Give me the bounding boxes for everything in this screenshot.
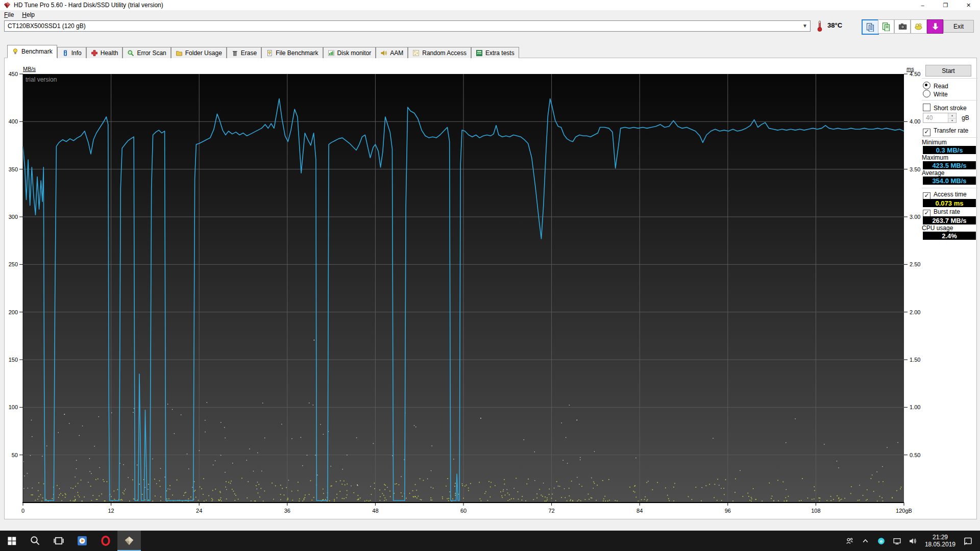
action-center-icon (963, 536, 973, 546)
taskbar-clock[interactable]: 21:29 18.05.2019 (921, 534, 960, 548)
short-stroke-checkbox[interactable]: Short stroke (923, 104, 967, 112)
tab-label: Extra tests (485, 49, 514, 57)
tab-label: Random Access (422, 49, 467, 57)
windows-start-icon (6, 535, 17, 546)
opera-browser-icon (100, 535, 111, 546)
info-icon (62, 49, 69, 57)
tab-page (4, 58, 977, 519)
folder-usage-icon (176, 49, 183, 57)
chevron-down-icon: ▼ (802, 23, 807, 29)
taskbar-hdtune-app[interactable] (117, 531, 141, 551)
tab-aam[interactable]: AAM (376, 47, 408, 58)
taskbar-taskbar-search[interactable] (23, 531, 47, 551)
maximum-value: 423.5 MB/s (923, 161, 976, 169)
taskbar-windows-start[interactable] (0, 531, 23, 551)
maximum-label: Maximum (922, 154, 948, 161)
device-select[interactable]: CT120BX500SSD1 (120 gB) ▼ (4, 20, 811, 32)
tab-label: Disk monitor (337, 49, 372, 57)
tab-label: Info (71, 49, 82, 57)
tab-label: Erase (241, 49, 257, 57)
tab-erase[interactable]: Erase (227, 47, 261, 58)
system-tray: e 21:29 18.05.2019 (842, 531, 980, 551)
tab-label: Benchmark (21, 48, 53, 55)
read-radio[interactable]: Read (923, 82, 948, 90)
cpu-usage-value: 2.4% (923, 232, 976, 240)
copy-text-button[interactable] (878, 19, 894, 34)
disk-monitor-icon (328, 49, 335, 57)
minimum-label: Minimum (922, 139, 947, 146)
radio-unselected-icon (923, 90, 930, 97)
tab-label: Health (101, 49, 118, 57)
svg-text:e: e (880, 538, 883, 543)
short-stroke-stepper[interactable]: 40 ▲ ▼ (923, 113, 957, 123)
menu-file[interactable]: File (0, 11, 18, 19)
tab-extra-tests[interactable]: Extra tests (471, 47, 519, 58)
tab-folder-usage[interactable]: Folder Usage (171, 47, 227, 58)
menu-help[interactable]: Help (18, 11, 39, 19)
tab-random-access[interactable]: Random Access (408, 47, 471, 58)
taskbar-apps (0, 531, 141, 551)
clock-date: 18.05.2019 (925, 541, 955, 548)
tray-action-center[interactable] (960, 531, 980, 551)
tray-people[interactable] (842, 531, 857, 551)
error-scan-icon (127, 49, 134, 57)
tab-label: Error Scan (137, 49, 166, 57)
average-label: Average (922, 169, 944, 177)
minimize-button[interactable]: – (911, 0, 934, 10)
tab-bar: BenchmarkInfoHealthError ScanFolder Usag… (7, 46, 519, 58)
tab-info[interactable]: Info (57, 47, 86, 58)
clock-time: 21:29 (925, 534, 955, 541)
screenshot-camera-button[interactable] (894, 19, 911, 34)
exit-button[interactable]: Exit (943, 20, 974, 33)
taskbar-movies-tv[interactable] (70, 531, 94, 551)
taskbar: e 21:29 18.05.2019 (0, 531, 980, 551)
title-bar: HD Tune Pro 5.60 - Hard Disk/SSD Utility… (0, 0, 980, 10)
tab-label: Folder Usage (185, 49, 222, 57)
tab-benchmark[interactable]: Benchmark (7, 45, 57, 58)
device-select-value: CT120BX500SSD1 (120 gB) (8, 22, 86, 30)
random-access-icon (412, 49, 420, 57)
taskbar-task-view[interactable] (47, 531, 70, 551)
tray-eset[interactable]: e (873, 531, 889, 551)
toolbar: CT120BX500SSD1 (120 gB) ▼ 38°C Exit (0, 19, 980, 34)
app-icon (4, 2, 11, 9)
donate-hand-icon (914, 22, 923, 31)
copy-report-button[interactable] (862, 19, 879, 35)
aam-icon (380, 49, 387, 57)
export-download-button[interactable] (927, 19, 943, 34)
window-title: HD Tune Pro 5.60 - Hard Disk/SSD Utility… (14, 2, 163, 9)
temperature-value: 38°C (827, 21, 842, 29)
copy-report-icon (866, 22, 875, 32)
tray-chevron-up[interactable] (857, 531, 873, 551)
tab-file-benchmark[interactable]: File Benchmark (261, 47, 323, 58)
radio-selected-icon (923, 82, 930, 89)
health-icon (91, 49, 98, 57)
tray-network[interactable] (889, 531, 905, 551)
transfer-rate-checkbox[interactable]: ✓Transfer rate (923, 127, 968, 136)
tab-error-scan[interactable]: Error Scan (122, 47, 170, 58)
stepper-down-icon[interactable]: ▼ (948, 118, 956, 122)
task-view-icon (53, 535, 64, 546)
donate-hand-button[interactable] (911, 19, 927, 34)
tab-label: File Benchmark (276, 49, 318, 57)
checkbox-unchecked-icon (923, 104, 930, 111)
tab-disk-monitor[interactable]: Disk monitor (323, 47, 376, 58)
tab-health[interactable]: Health (86, 47, 123, 58)
restore-button[interactable]: ❐ (934, 0, 957, 10)
average-value: 354.0 MB/s (923, 177, 976, 185)
extra-tests-icon (476, 49, 483, 57)
copy-text-icon (881, 22, 891, 31)
start-button[interactable]: Start (925, 65, 971, 77)
hdtune-window: HD Tune Pro 5.60 - Hard Disk/SSD Utility… (0, 0, 980, 551)
menu-bar: File Help (0, 10, 980, 20)
network-icon (893, 537, 901, 545)
close-button[interactable]: ✕ (957, 0, 980, 10)
short-stroke-unit: gB (962, 114, 969, 121)
tray-volume[interactable] (905, 531, 921, 551)
thermometer-icon (816, 20, 824, 32)
erase-icon (231, 49, 238, 57)
movies-tv-icon (77, 535, 88, 546)
write-radio[interactable]: Write (923, 90, 948, 98)
taskbar-opera-browser[interactable] (94, 531, 117, 551)
stepper-up-icon[interactable]: ▲ (948, 113, 956, 117)
